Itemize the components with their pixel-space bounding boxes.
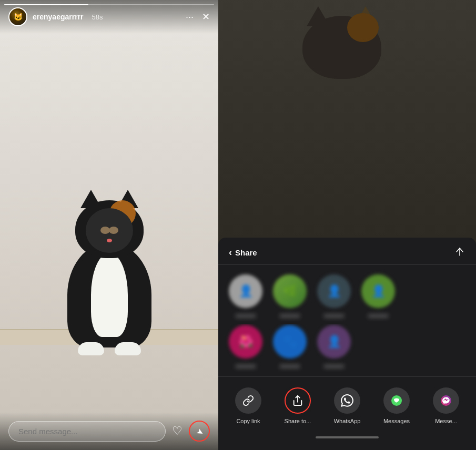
contact-name: xxxxxxx: [368, 312, 389, 319]
contact-avatar: 👤: [317, 325, 351, 359]
share-actions-row: Copy link Share to...: [218, 376, 476, 432]
copy-link-label: Copy link: [236, 418, 260, 424]
contact-name: xxxxxxx: [280, 312, 300, 319]
story-actions: ··· ✕: [186, 11, 210, 23]
contact-avatar: 👤: [229, 274, 262, 308]
contact-name: xxxxxxx: [280, 363, 300, 369]
contact-item[interactable]: 👤 xxxxxxx: [317, 325, 351, 369]
right-cat-orange: [347, 13, 379, 42]
share-sheet-more-icon[interactable]: [454, 246, 465, 259]
cat-nose: [107, 239, 112, 242]
cat-background: [0, 0, 218, 450]
home-indicator: [316, 436, 379, 438]
contacts-row-1: 👤 xxxxxxx 🌿 xxxxxxx 👤 xxxxxxx 👤 xxxxxxx: [218, 265, 476, 324]
contact-avatar: 👤: [317, 274, 351, 308]
message-input[interactable]: [8, 421, 166, 442]
back-arrow-icon[interactable]: ‹: [229, 247, 232, 258]
cat-ear-left: [80, 190, 102, 208]
messenger-label: Messe...: [435, 418, 457, 424]
contact-name: xxxxxxx: [236, 363, 256, 369]
share-sheet-header: ‹ Share: [218, 238, 476, 265]
right-cat-head-area: [289, 16, 394, 100]
avatar-image: 🐱: [9, 8, 26, 25]
share-title-label: Share: [235, 248, 257, 257]
close-button[interactable]: ✕: [202, 11, 210, 23]
share-sheet-title: ‹ Share: [229, 247, 257, 258]
right-cat-head: [302, 16, 381, 79]
right-panel: ‹ Share 👤 xxxxxxx 🌿 xxxxxxx: [218, 0, 476, 450]
whatsapp-button[interactable]: WhatsApp: [322, 382, 372, 429]
messages-icon: [383, 387, 410, 414]
messages-button[interactable]: Messages: [372, 382, 421, 429]
story-image: [0, 0, 218, 450]
share-sheet: ‹ Share 👤 xxxxxxx 🌿 xxxxxxx: [218, 238, 476, 450]
copy-link-button[interactable]: Copy link: [224, 382, 273, 429]
username: erenyaegarrrrr: [33, 13, 84, 21]
messenger-button[interactable]: Messe...: [421, 382, 471, 429]
cat-eye-right: [109, 227, 118, 234]
contact-item[interactable]: 🌺 xxxxxxx: [229, 325, 262, 369]
contact-avatar: 🐾: [273, 325, 307, 359]
cat-chest: [91, 253, 128, 337]
whatsapp-icon: [334, 387, 360, 414]
cat-body: [52, 200, 167, 347]
cat-head: [75, 200, 144, 258]
messenger-icon: [433, 387, 459, 414]
cat-torso: [67, 242, 151, 347]
cat-face: [86, 208, 133, 253]
contact-name: xxxxxxx: [324, 312, 345, 319]
contact-item[interactable]: 👤 xxxxxxx: [317, 274, 351, 319]
contact-name: xxxxxxx: [236, 312, 256, 319]
contact-item[interactable]: 👤 xxxxxxx: [361, 274, 395, 319]
share-to-button[interactable]: Share to...: [273, 382, 322, 429]
avatar[interactable]: 🐱: [8, 7, 27, 26]
contact-item[interactable]: 🌿 xxxxxxx: [273, 274, 307, 319]
story-user-info: 🐱 erenyaegarrrrr 58s: [8, 7, 103, 26]
message-bar: ♡ ➤: [8, 421, 210, 442]
story-progress-fill: [4, 4, 88, 5]
whatsapp-label: WhatsApp: [334, 418, 361, 424]
contact-avatar: 🌺: [229, 325, 262, 359]
contact-name: xxxxxxx: [324, 363, 345, 369]
heart-button[interactable]: ♡: [172, 424, 183, 438]
messages-label: Messages: [383, 418, 410, 424]
cat-paw-right: [115, 342, 141, 355]
contact-item[interactable]: 🐾 xxxxxxx: [273, 325, 307, 369]
send-icon: ➤: [194, 425, 205, 437]
share-to-icon: [285, 387, 311, 414]
right-cat-ear-left: [307, 6, 330, 26]
more-button[interactable]: ···: [186, 12, 194, 23]
contact-avatar: 👤: [361, 274, 395, 308]
left-panel: 🐱 erenyaegarrrrr 58s ··· ✕: [0, 0, 218, 450]
contact-avatar: 🌿: [273, 274, 307, 308]
cat-paw-left: [78, 342, 104, 355]
contact-item[interactable]: 👤 xxxxxxx: [229, 274, 262, 319]
timestamp: 58s: [92, 13, 103, 21]
contacts-row-2: 🌺 xxxxxxx 🐾 xxxxxxx 👤 xxxxxxx: [218, 324, 476, 376]
share-to-label: Share to...: [285, 418, 311, 424]
story-progress-bar: [4, 4, 214, 5]
send-button[interactable]: ➤: [189, 421, 210, 442]
copy-link-icon: [235, 387, 261, 414]
story-footer: ♡ ➤: [0, 412, 218, 450]
